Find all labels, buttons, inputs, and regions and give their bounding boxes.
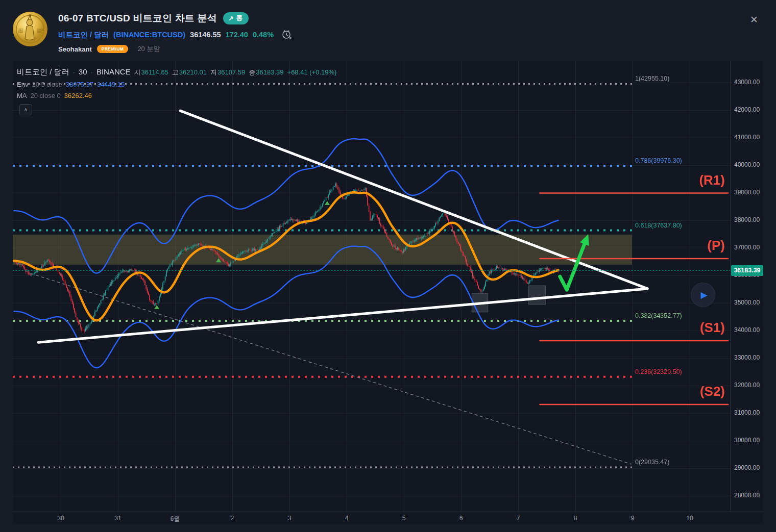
legend-exchange: BINANCE — [96, 67, 131, 76]
price-tick: 42000.00 — [734, 106, 760, 113]
legend-symbol-row[interactable]: 비트코인 / 달러 · 30 · BINANCE 시36114.65 고3621… — [17, 67, 336, 77]
price-tick: 28000.00 — [734, 492, 760, 499]
page-title: 06-07 BTC/USD 비트코인 차트 분석 — [58, 12, 217, 25]
time-tick: 7 — [507, 515, 529, 522]
price-chart-canvas[interactable] — [13, 61, 730, 512]
price-tick: 29000.00 — [734, 464, 760, 471]
price-tick: 38000.00 — [734, 216, 760, 223]
time-tick: 4 — [335, 515, 358, 522]
add-alert-icon[interactable] — [281, 29, 293, 40]
pivot-level-label: (S1) — [648, 320, 725, 336]
time-tick: 9 — [621, 515, 644, 522]
time-tick: 2 — [221, 515, 244, 522]
price-tick: 39000.00 — [734, 189, 760, 196]
time-tick: 8 — [564, 515, 587, 522]
chart-widget: 비트코인 / 달러 · 30 · BINANCE 시36114.65 고3621… — [13, 61, 763, 524]
price-tick: 35000.00 — [734, 299, 760, 306]
time-tick: 10 — [678, 515, 701, 522]
legend-ma-row[interactable]: MA 20 close 0 36262.46 — [17, 92, 336, 99]
price-tick: 30000.00 — [734, 437, 760, 444]
posted-time: 20 분앞 — [137, 44, 160, 54]
time-axis[interactable]: 30316월2345678910 — [13, 512, 763, 524]
svg-text:HAK: HAK — [18, 31, 23, 34]
header-change: 172.40 — [226, 31, 248, 39]
arrow-up-right-icon: ↗ — [228, 14, 233, 22]
price-tick: 31000.00 — [734, 409, 760, 416]
author-name[interactable]: Seohakant — [58, 45, 92, 53]
fib-level-label: 1(42955.10) — [635, 75, 669, 82]
price-tick: 33000.00 — [734, 354, 760, 361]
idea-header: SEO HAK SINCE 2021 06-07 BTC/USD 비트코인 차트… — [0, 0, 776, 61]
fib-level-label: 0.236(32320.50) — [635, 368, 682, 375]
play-icon: ▶ — [700, 290, 707, 300]
play-button[interactable]: ▶ — [691, 283, 715, 307]
price-axis[interactable]: 43000.0042000.0041000.0040000.0039000.00… — [730, 61, 763, 512]
time-tick: 5 — [393, 515, 415, 522]
price-tick: 43000.00 — [734, 79, 760, 86]
legend-env-row[interactable]: Env 20 5 close 38075.37 34449.15 — [17, 81, 336, 88]
legend-interval: 30 — [79, 67, 87, 76]
ticker-link[interactable]: (BINANCE:BTCUSD) — [113, 31, 185, 39]
price-tick: 37000.00 — [734, 244, 760, 251]
fib-level-label: 0(29035.47) — [635, 459, 669, 466]
fib-level-label: 0.618(37637.80) — [635, 222, 682, 229]
chart-legend: 비트코인 / 달러 · 30 · BINANCE 시36114.65 고3621… — [17, 67, 336, 103]
price-tick: 41000.00 — [734, 134, 760, 141]
legend-collapse-button[interactable]: ∧ — [19, 104, 32, 115]
time-tick: 6 — [450, 515, 472, 522]
svg-text:2021: 2021 — [37, 31, 42, 34]
price-tick: 32000.00 — [734, 382, 760, 389]
price-tick: 40000.00 — [734, 161, 760, 168]
header-price: 36146.55 — [190, 31, 221, 39]
pivot-level-label: (R1) — [648, 172, 725, 188]
fib-level-label: 0.382(34352.77) — [635, 312, 682, 319]
close-icon[interactable]: ✕ — [747, 13, 761, 27]
time-tick: 6월 — [164, 515, 186, 523]
pivot-level-label: (P) — [648, 238, 725, 254]
time-tick: 3 — [278, 515, 301, 522]
symbol-link[interactable]: 비트코인 / 달러 — [58, 30, 109, 40]
last-price-badge: 36183.39 — [731, 265, 763, 276]
pivot-level-label: (S2) — [648, 384, 725, 399]
header-change-pct: 0.48% — [253, 31, 274, 39]
author-avatar[interactable]: SEO HAK SINCE 2021 — [12, 11, 48, 47]
price-tick: 34000.00 — [734, 326, 760, 334]
time-tick: 30 — [50, 515, 72, 522]
long-direction-badge[interactable]: ↗ 롱 — [223, 12, 249, 24]
time-tick: 31 — [107, 515, 129, 522]
premium-badge: PREMIUM — [97, 45, 129, 53]
idea-title-block: 06-07 BTC/USD 비트코인 차트 분석 ↗ 롱 비트코인 / 달러 (… — [58, 11, 293, 54]
fib-level-label: 0.786(39976.30) — [635, 157, 682, 164]
